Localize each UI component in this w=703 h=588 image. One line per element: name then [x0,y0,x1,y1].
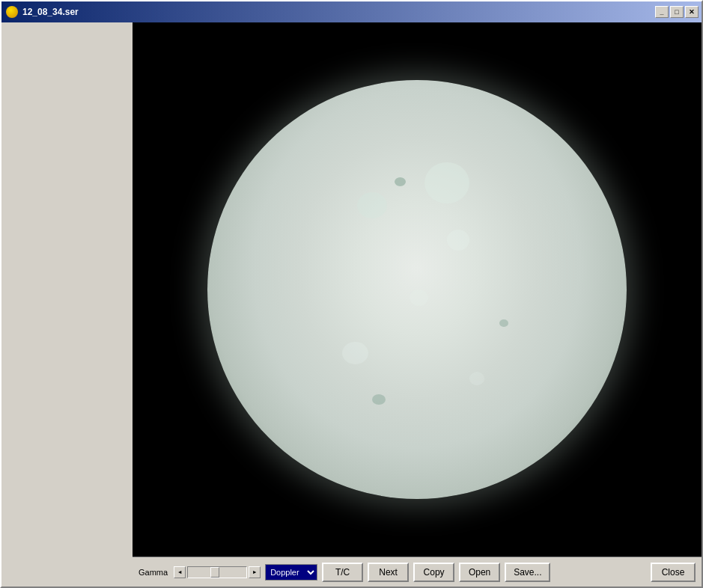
close-window-button[interactable]: ✕ [685,6,699,18]
gamma-label: Gamma [139,568,168,577]
minimize-button[interactable]: _ [655,6,669,18]
maximize-button[interactable]: □ [670,6,684,18]
tc-button[interactable]: T/C [322,563,363,582]
image-container [133,22,702,557]
left-sidebar [1,22,133,587]
gamma-slider-thumb[interactable] [210,567,219,578]
colormap-dropdown[interactable]: Doppler Gray Hot Cool Rainbow [265,564,317,581]
next-button[interactable]: Next [368,563,409,582]
gamma-slider-track[interactable] [187,566,247,578]
main-window: 12_08_34.ser _ □ ✕ [0,0,703,588]
sun-icon [6,6,18,18]
copy-button[interactable]: Copy [413,563,454,582]
title-bar-left: 12_08_34.ser [6,6,79,18]
open-button[interactable]: Open [459,563,500,582]
window-title: 12_08_34.ser [22,7,79,17]
toolbar: Gamma ◄ ► Doppler Gray Hot Cool [133,557,702,587]
gamma-slider-container: ◄ ► [174,566,261,578]
title-bar: 12_08_34.ser _ □ ✕ [1,1,702,22]
close-button[interactable]: Close [651,563,696,582]
gamma-slider-right-arrow[interactable]: ► [249,566,261,578]
sun-circle [207,80,627,499]
save-button[interactable]: Save... [505,563,550,582]
title-bar-buttons: _ □ ✕ [655,6,699,18]
content-area: Gamma ◄ ► Doppler Gray Hot Cool [1,22,702,587]
close-btn-area: Close [651,563,696,582]
sun-image [133,22,702,557]
colormap-select[interactable]: Doppler Gray Hot Cool Rainbow [265,564,317,581]
image-panel: Gamma ◄ ► Doppler Gray Hot Cool [133,22,702,587]
gamma-slider-left-arrow[interactable]: ◄ [174,566,186,578]
